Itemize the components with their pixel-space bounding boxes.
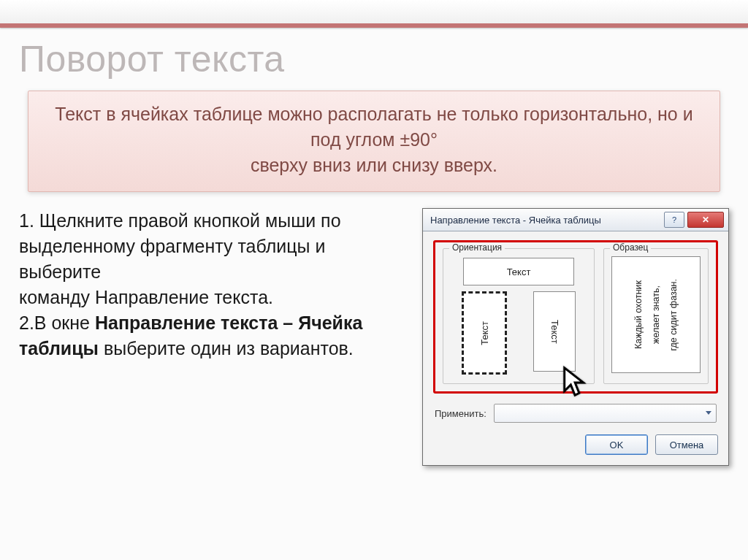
page-title: Поворот текста (19, 38, 729, 80)
apply-dropdown[interactable] (494, 404, 717, 423)
text-direction-dialog: Направление текста - Ячейка таблицы ? ✕ … (422, 208, 729, 466)
slide-top-bar (0, 0, 748, 28)
sample-label: Образец (610, 242, 651, 253)
orientation-group: Ориентация Текст Текст Текст (443, 248, 595, 384)
highlight-box: Ориентация Текст Текст Текст Образец Каж… (433, 240, 718, 394)
close-button[interactable]: ✕ (687, 212, 724, 228)
ok-button[interactable]: OK (585, 434, 648, 455)
sample-line-3: где сидит фазан. (668, 279, 679, 351)
callout-line-2: сверху вниз или снизу вверх. (47, 153, 701, 178)
help-button[interactable]: ? (664, 212, 684, 228)
step-1a: 1. Щелкните правой кнопкой мыши по выдел… (19, 208, 402, 285)
orientation-label: Ориентация (449, 242, 505, 253)
orientation-option-vertical-up[interactable]: Текст (462, 291, 507, 375)
dialog-title: Направление текста - Ячейка таблицы (430, 215, 661, 226)
callout-line-1: Текст в ячейках таблице можно располагат… (47, 101, 701, 153)
slide-content: Поворот текста Текст в ячейках таблице м… (0, 28, 748, 466)
apply-row: Применить: (435, 404, 717, 423)
orientation-option-vertical-up-text: Текст (479, 321, 490, 345)
cancel-button[interactable]: Отмена (655, 434, 718, 455)
orientation-option-vertical-down[interactable]: Текст (533, 291, 576, 372)
sample-group: Образец Каждый охотник желает знать, где… (603, 248, 709, 384)
orientation-option-horizontal[interactable]: Текст (463, 258, 574, 285)
dialog-body: Ориентация Текст Текст Текст Образец Каж… (423, 231, 728, 465)
sample-line-1: Каждый охотник (633, 280, 644, 349)
apply-label: Применить: (435, 408, 486, 419)
step-2b: выберите один из вариантов. (99, 338, 354, 358)
instruction-text: 1. Щелкните правой кнопкой мыши по выдел… (19, 208, 402, 361)
step-2: 2.В окне Направление текста – Ячейка таб… (19, 310, 402, 361)
step-1b: команду Направление текста. (19, 285, 402, 310)
step-2a: 2.В окне (19, 312, 95, 333)
dialog-titlebar[interactable]: Направление текста - Ячейка таблицы ? ✕ (423, 209, 728, 231)
callout-box: Текст в ячейках таблице можно располагат… (28, 91, 720, 192)
sample-preview: Каждый охотник желает знать, где сидит ф… (611, 256, 701, 373)
sample-line-2: желает знать, (650, 285, 662, 344)
dialog-button-row: OK Отмена (433, 434, 718, 455)
orientation-option-vertical-down-text: Текст (549, 320, 560, 344)
